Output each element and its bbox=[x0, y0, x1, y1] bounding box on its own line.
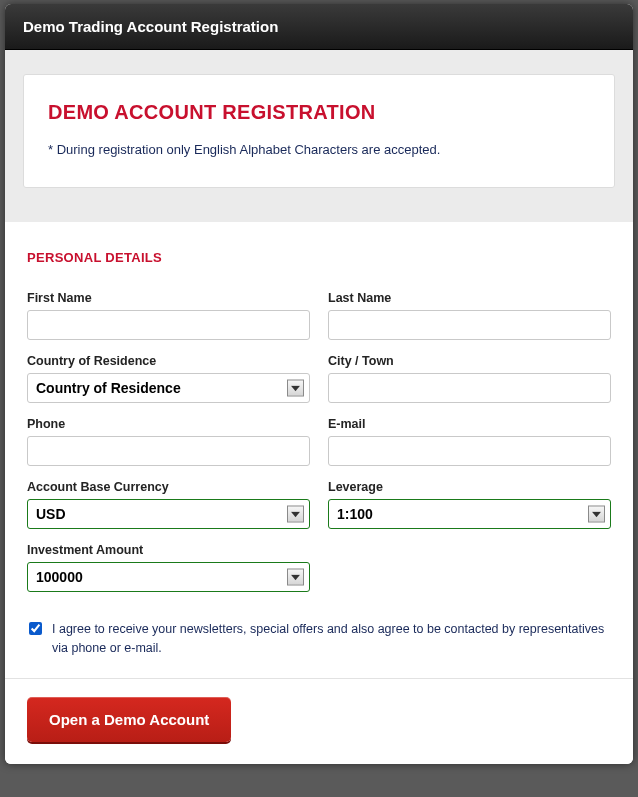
info-heading: DEMO ACCOUNT REGISTRATION bbox=[48, 101, 590, 124]
investment-select[interactable]: 100000 bbox=[27, 562, 310, 592]
first-name-label: First Name bbox=[27, 291, 310, 305]
chevron-down-icon bbox=[287, 569, 304, 586]
registration-modal: Demo Trading Account Registration DEMO A… bbox=[5, 4, 633, 764]
info-box: DEMO ACCOUNT REGISTRATION * During regis… bbox=[23, 74, 615, 188]
field-currency: Account Base Currency USD bbox=[27, 480, 310, 529]
section-heading: PERSONAL DETAILS bbox=[27, 250, 611, 265]
leverage-label: Leverage bbox=[328, 480, 611, 494]
leverage-select[interactable]: 1:100 bbox=[328, 499, 611, 529]
leverage-selected: 1:100 bbox=[337, 506, 373, 522]
first-name-input[interactable] bbox=[27, 310, 310, 340]
last-name-label: Last Name bbox=[328, 291, 611, 305]
consent-checkbox[interactable] bbox=[29, 621, 42, 636]
field-last-name: Last Name bbox=[328, 291, 611, 340]
city-label: City / Town bbox=[328, 354, 611, 368]
field-investment: Investment Amount 100000 bbox=[27, 543, 310, 592]
last-name-input[interactable] bbox=[328, 310, 611, 340]
phone-input[interactable] bbox=[27, 436, 310, 466]
field-city: City / Town bbox=[328, 354, 611, 403]
city-input[interactable] bbox=[328, 373, 611, 403]
field-leverage: Leverage 1:100 bbox=[328, 480, 611, 529]
field-country: Country of Residence Country of Residenc… bbox=[27, 354, 310, 403]
field-first-name: First Name bbox=[27, 291, 310, 340]
submit-area: Open a Demo Account bbox=[5, 678, 633, 764]
chevron-down-icon bbox=[588, 506, 605, 523]
investment-selected: 100000 bbox=[36, 569, 83, 585]
phone-label: Phone bbox=[27, 417, 310, 431]
modal-title: Demo Trading Account Registration bbox=[23, 18, 278, 35]
email-input[interactable] bbox=[328, 436, 611, 466]
info-area: DEMO ACCOUNT REGISTRATION * During regis… bbox=[5, 50, 633, 222]
submit-label: Open a Demo Account bbox=[49, 711, 209, 728]
country-select[interactable]: Country of Residence bbox=[27, 373, 310, 403]
field-email: E-mail bbox=[328, 417, 611, 466]
email-label: E-mail bbox=[328, 417, 611, 431]
currency-select[interactable]: USD bbox=[27, 499, 310, 529]
country-selected: Country of Residence bbox=[36, 380, 181, 396]
consent-row: I agree to receive your newsletters, spe… bbox=[27, 620, 611, 658]
fields-grid: First Name Last Name Country of Residenc… bbox=[27, 291, 611, 592]
open-demo-account-button[interactable]: Open a Demo Account bbox=[27, 697, 231, 742]
modal-titlebar: Demo Trading Account Registration bbox=[5, 4, 633, 50]
currency-selected: USD bbox=[36, 506, 66, 522]
chevron-down-icon bbox=[287, 506, 304, 523]
info-note: * During registration only English Alpha… bbox=[48, 142, 590, 157]
form-area: PERSONAL DETAILS First Name Last Name Co… bbox=[5, 222, 633, 678]
currency-label: Account Base Currency bbox=[27, 480, 310, 494]
investment-label: Investment Amount bbox=[27, 543, 310, 557]
chevron-down-icon bbox=[287, 380, 304, 397]
consent-text: I agree to receive your newsletters, spe… bbox=[52, 620, 609, 658]
field-phone: Phone bbox=[27, 417, 310, 466]
country-label: Country of Residence bbox=[27, 354, 310, 368]
